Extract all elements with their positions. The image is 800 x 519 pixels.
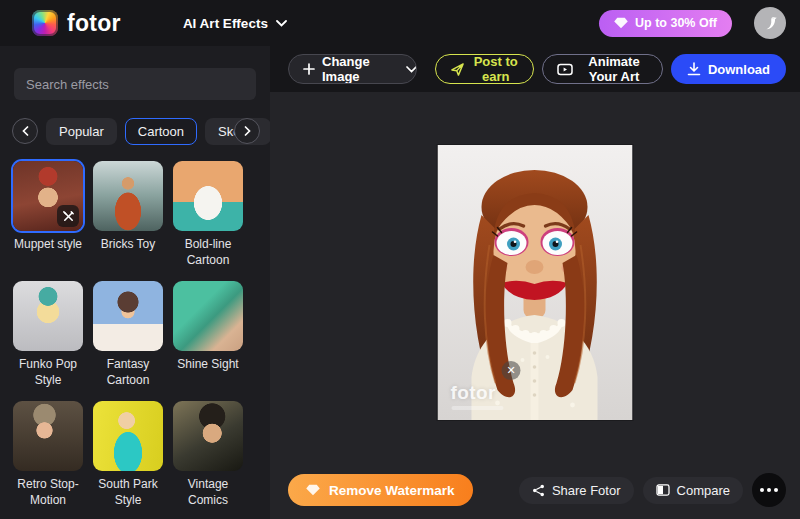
canvas-secondary-actions: Share Fotor Compare (519, 473, 786, 507)
category-tabs: Popular Cartoon Sketch W (0, 117, 270, 145)
animate-your-art-label: Animate Your Art (580, 54, 648, 84)
tabs-scroll-right-button[interactable] (234, 118, 260, 144)
effect-label: Vintage Comics (172, 477, 244, 508)
fotor-watermark: fotor (451, 382, 496, 404)
tabs-scroll-left-button[interactable] (12, 118, 38, 144)
effect-label: Bricks Toy (101, 237, 155, 253)
effect-bold-line-cartoon-thumbnail (173, 161, 243, 231)
effect-fantasy-cartoon[interactable]: Fantasy Cartoon (92, 281, 164, 388)
puppet-artwork (438, 145, 633, 420)
video-camera-icon (557, 63, 573, 76)
watermark-subtext (452, 406, 504, 410)
effect-shine-sight[interactable]: Shine Sight (172, 281, 244, 388)
search-input[interactable] (14, 68, 256, 100)
app-window: fotor AI Art Effects Up to 30% Off (0, 0, 800, 519)
download-label: Download (708, 62, 770, 77)
effect-bricks-toy[interactable]: Bricks Toy (92, 161, 164, 268)
download-icon (687, 62, 701, 76)
result-image: fotor ✕ (438, 145, 633, 420)
effect-muppet-style[interactable]: Muppet style (12, 161, 84, 268)
effect-label: Muppet style (14, 237, 82, 253)
chevron-down-icon (276, 20, 287, 27)
effect-label: Funko Pop Style (12, 357, 84, 388)
upgrade-offer-button[interactable]: Up to 30% Off (599, 10, 732, 37)
upgrade-offer-label: Up to 30% Off (635, 16, 717, 30)
preview-canvas: fotor ✕ Remove Watermark (270, 92, 800, 519)
compare-icon (656, 484, 670, 496)
animate-your-art-button[interactable]: Animate Your Art (542, 54, 663, 84)
share-fotor-label: Share Fotor (552, 483, 621, 498)
share-fotor-button[interactable]: Share Fotor (519, 477, 634, 504)
effect-fantasy-cartoon-thumbnail (93, 281, 163, 351)
fotor-logo-text: fotor (67, 12, 121, 35)
effect-label: Fantasy Cartoon (92, 357, 164, 388)
effect-shine-sight-thumbnail (173, 281, 243, 351)
effect-label: Shine Sight (177, 357, 238, 373)
diamond-icon (614, 17, 628, 29)
tool-switcher-label: AI Art Effects (183, 16, 268, 31)
effect-funko-pop-style[interactable]: Funko Pop Style (12, 281, 84, 388)
effect-south-park-style[interactable]: South Park Style (92, 401, 164, 508)
remove-watermark-label: Remove Watermark (329, 483, 455, 498)
editor-toolbar: Change Image Post to earn (270, 46, 800, 92)
effect-bricks-toy-thumbnail (93, 161, 163, 231)
post-to-earn-button[interactable]: Post to earn (435, 54, 534, 84)
change-image-caret-button[interactable] (396, 55, 418, 83)
effect-south-park-style-thumbnail (93, 401, 163, 471)
effect-retro-stop-motion[interactable]: Retro Stop-Motion (12, 401, 84, 508)
adjust-tools-icon[interactable] (57, 205, 79, 227)
bird-avatar-icon (761, 14, 779, 32)
content-area: Popular Cartoon Sketch W (0, 46, 800, 519)
change-image-label: Change Image (322, 54, 370, 84)
editor-main: Change Image Post to earn (270, 46, 800, 519)
change-image-button[interactable]: Change Image (289, 55, 382, 83)
more-options-button[interactable] (752, 473, 786, 507)
effect-funko-pop-style-thumbnail (13, 281, 83, 351)
effect-label: Retro Stop-Motion (12, 477, 84, 508)
fotor-logo-icon (32, 10, 58, 36)
top-bar: fotor AI Art Effects Up to 30% Off (0, 0, 800, 46)
user-avatar[interactable] (754, 7, 786, 39)
effect-retro-stop-motion-thumbnail (13, 401, 83, 471)
remove-watermark-button[interactable]: Remove Watermark (288, 474, 473, 506)
effects-sidebar: Popular Cartoon Sketch W (0, 46, 270, 519)
effect-label: South Park Style (92, 477, 164, 508)
tab-popular[interactable]: Popular (46, 118, 117, 145)
change-image-split-button: Change Image (288, 54, 417, 84)
effect-label: Bold-line Cartoon (172, 237, 244, 268)
compare-label: Compare (677, 483, 730, 498)
effect-muppet-style-thumbnail (13, 161, 83, 231)
fotor-logo[interactable]: fotor (32, 10, 121, 36)
compare-button[interactable]: Compare (643, 477, 743, 504)
tool-switcher-dropdown[interactable]: AI Art Effects (183, 16, 287, 31)
effect-vintage-comics-thumbnail (173, 401, 243, 471)
plus-icon (303, 63, 315, 75)
watermark-close-icon[interactable]: ✕ (502, 361, 521, 380)
download-button[interactable]: Download (671, 54, 786, 84)
paper-plane-icon (450, 62, 465, 77)
post-to-earn-label: Post to earn (472, 54, 519, 84)
diamond-icon (306, 484, 320, 496)
effect-vintage-comics[interactable]: Vintage Comics (172, 401, 244, 508)
tab-cartoon[interactable]: Cartoon (125, 118, 197, 145)
effects-grid: Muppet style Bricks Toy Bold-line Cartoo… (0, 161, 270, 519)
ellipsis-icon (760, 488, 764, 492)
canvas-action-bar: Remove Watermark Share Fotor (288, 473, 786, 507)
share-icon (532, 484, 545, 497)
effect-bold-line-cartoon[interactable]: Bold-line Cartoon (172, 161, 244, 268)
